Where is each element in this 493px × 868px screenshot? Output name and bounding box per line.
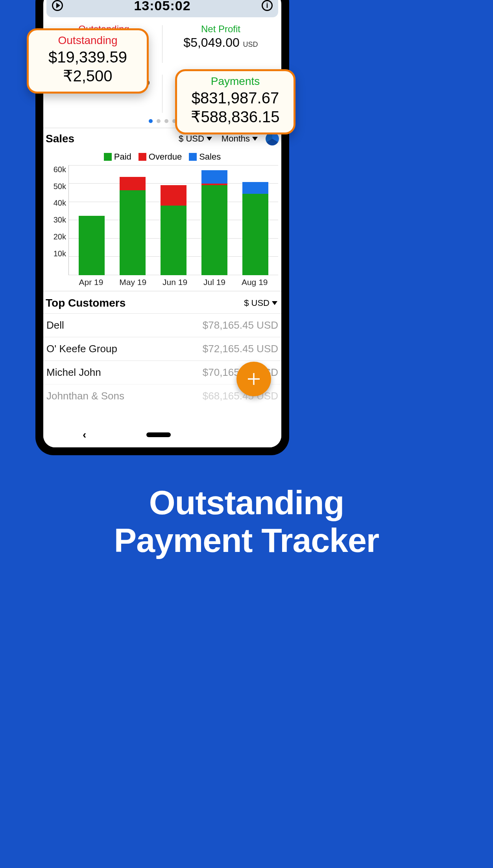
bar-segment-paid bbox=[79, 216, 105, 275]
customer-name: Dell bbox=[46, 319, 64, 331]
legend-sales: Sales bbox=[189, 152, 221, 162]
sales-chart: Paid Overdue Sales 60k50k40k30k20k10k Ap… bbox=[43, 148, 281, 291]
customer-name: Michel John bbox=[46, 366, 101, 379]
y-tick: 50k bbox=[54, 182, 66, 191]
y-tick: 20k bbox=[54, 232, 66, 241]
bar-segment-overdue bbox=[161, 185, 186, 206]
bar-segment-sales bbox=[242, 182, 268, 194]
y-tick: 40k bbox=[54, 199, 66, 208]
chevron-down-icon bbox=[252, 137, 258, 141]
bar-segment-paid bbox=[201, 185, 227, 275]
y-tick: 60k bbox=[54, 165, 66, 174]
bar-segment-overdue bbox=[120, 177, 146, 190]
customer-row[interactable]: Dell$78,165.45 USD bbox=[43, 313, 281, 337]
play-icon[interactable] bbox=[52, 0, 63, 11]
legend-overdue: Overdue bbox=[138, 152, 182, 162]
chevron-down-icon bbox=[272, 301, 277, 305]
callout-payments: Payments $831,987.67 ₹588,836.15 bbox=[175, 69, 295, 134]
callout-outstanding-inr: ₹2,500 bbox=[38, 66, 137, 85]
customer-amount: $68,165.45 USD bbox=[203, 390, 278, 402]
callout-payments-usd: $831,987.67 bbox=[186, 88, 284, 107]
callout-outstanding-usd: $19,339.59 bbox=[38, 48, 137, 66]
bar-jun-19[interactable] bbox=[161, 185, 186, 275]
callout-payments-label: Payments bbox=[186, 75, 284, 88]
x-tick: Jul 19 bbox=[203, 278, 225, 287]
status-time: 13:05:02 bbox=[134, 0, 190, 13]
bar-segment-sales bbox=[201, 170, 227, 184]
chart-plot bbox=[68, 165, 278, 275]
home-pill-icon[interactable] bbox=[146, 432, 171, 437]
kpi-net-profit-label: Net Profit bbox=[201, 24, 240, 35]
legend-paid: Paid bbox=[104, 152, 131, 162]
x-tick: May 19 bbox=[119, 278, 146, 287]
customer-amount: $72,165.45 USD bbox=[203, 343, 278, 355]
plus-icon bbox=[246, 371, 262, 387]
bar-may-19[interactable] bbox=[120, 177, 146, 275]
kpi-divider bbox=[162, 25, 162, 63]
bar-segment-paid bbox=[120, 190, 146, 275]
customers-title: Top Customers bbox=[46, 297, 126, 309]
hero-caption: Outstanding Payment Tracker bbox=[0, 484, 493, 559]
customer-row[interactable]: O' Keefe Group$72,165.45 USD bbox=[43, 337, 281, 360]
chevron-down-icon bbox=[207, 137, 212, 141]
kpi-net-profit-value: $5,049.00 USD bbox=[183, 35, 258, 50]
x-tick: Aug 19 bbox=[242, 278, 268, 287]
callout-payments-inr: ₹588,836.15 bbox=[186, 107, 284, 126]
sales-title: Sales bbox=[46, 132, 74, 145]
x-tick: Jun 19 bbox=[162, 278, 187, 287]
customer-amount: $78,165.45 USD bbox=[203, 319, 278, 331]
bar-aug-19[interactable] bbox=[242, 182, 268, 275]
sales-currency-dropdown[interactable]: $ USD bbox=[179, 134, 212, 144]
bar-segment-paid bbox=[161, 206, 186, 275]
chart-y-axis: 60k50k40k30k20k10k bbox=[46, 165, 68, 275]
info-icon[interactable]: i bbox=[262, 0, 273, 11]
sales-range-dropdown[interactable]: Months bbox=[222, 134, 258, 144]
customer-name: O' Keefe Group bbox=[46, 343, 117, 355]
customer-name: Johnthan & Sons bbox=[46, 390, 124, 402]
bar-segment-paid bbox=[242, 194, 268, 275]
status-bar: 13:05:02 i bbox=[46, 0, 278, 17]
x-tick: Apr 19 bbox=[79, 278, 103, 287]
kpi-divider-2 bbox=[162, 75, 162, 112]
callout-outstanding-label: Outstanding bbox=[38, 34, 137, 47]
y-tick: 10k bbox=[54, 249, 66, 258]
bar-apr-19[interactable] bbox=[79, 216, 105, 275]
y-tick: 30k bbox=[54, 215, 66, 224]
chart-legend: Paid Overdue Sales bbox=[46, 152, 278, 162]
customers-currency-dropdown[interactable]: $ USD bbox=[244, 298, 277, 308]
chart-x-axis: Apr 19May 19Jun 19Jul 19Aug 19 bbox=[46, 275, 278, 287]
kpi-net-profit[interactable]: Net Profit $5,049.00 USD bbox=[164, 23, 277, 51]
callout-outstanding: Outstanding $19,339.59 ₹2,500 bbox=[27, 28, 149, 94]
back-icon[interactable]: ‹ bbox=[83, 428, 86, 441]
bar-jul-19[interactable] bbox=[201, 170, 227, 275]
android-nav-bar: ‹ bbox=[43, 422, 281, 447]
add-button[interactable] bbox=[236, 362, 271, 396]
